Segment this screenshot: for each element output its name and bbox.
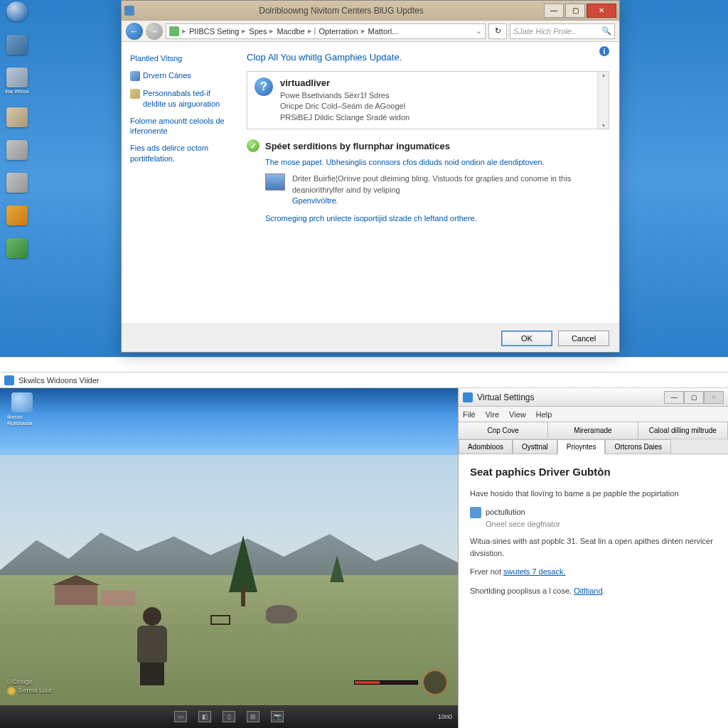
tab-3[interactable]: Prioyntes: [557, 439, 606, 454]
rock-icon: [266, 605, 297, 623]
desktop-icon-5[interactable]: [3, 140, 31, 160]
toolbar-btn-1[interactable]: Cnp Cove: [458, 422, 548, 439]
scrollbar[interactable]: ▴▾: [597, 72, 609, 129]
bench-icon: [210, 615, 230, 625]
sidebar-link-4[interactable]: Folorne amountt celools de irferonente: [130, 116, 231, 136]
refresh-button[interactable]: ↻: [488, 23, 507, 39]
info-icon[interactable]: i: [599, 46, 609, 56]
folder-icon: [169, 26, 179, 36]
desktop-icon-3[interactable]: ina Wirox: [3, 68, 31, 95]
taskbar-icon[interactable]: 📷: [271, 711, 284, 722]
minimize-button[interactable]: —: [664, 391, 684, 404]
chevron-down-icon[interactable]: ⌄: [476, 26, 482, 36]
ok-button[interactable]: OK: [501, 331, 552, 346]
taskbar-clock: 10n0: [438, 713, 452, 720]
check-icon: ✓: [247, 139, 259, 152]
close-button[interactable]: ✕: [704, 391, 724, 404]
vm-titlebar[interactable]: Skwilcs Widoons Viider: [0, 373, 728, 388]
settings-para2: Witua-sines with ast popblc 31. Seat lin…: [470, 535, 717, 559]
taskbar-icon[interactable]: ◧: [198, 711, 211, 722]
settings-para1: Have hosido that llovïng to bame a pe pa…: [470, 488, 717, 500]
window-title: Dolribloowng Nivitom Centers BlUG Updtes: [139, 6, 544, 16]
back-button[interactable]: ←: [126, 23, 143, 40]
settings-item: poctullutionOneel sece degfnator: [470, 506, 717, 530]
vm-taskbar[interactable]: ▭ ◧ ▯ ⊞ 📷 10n0: [0, 705, 458, 728]
sidebar: Plantled Vitsng Drvern Cánes Personnabal…: [122, 42, 240, 329]
menu-help[interactable]: Help: [536, 410, 552, 419]
desktop-icons-column: ina Wirox: [3, 1, 31, 258]
hud-left: l. Grisige 3 erina Lour: [7, 678, 52, 695]
toolbar-btn-3[interactable]: Caloal dilling miltrude: [638, 422, 728, 439]
section-title: Spéet serditions by flurnphar ingumatice…: [265, 141, 450, 151]
section-header: ✓ Spéet serditions by flurnphar ingumati…: [247, 139, 609, 152]
player-character: [128, 607, 176, 685]
tab-4[interactable]: Ortcrons Daies: [605, 439, 671, 454]
desktop-icon-7[interactable]: [3, 205, 31, 225]
desktop-icon-1[interactable]: [3, 1, 31, 22]
taskbar-icon[interactable]: ⊞: [247, 711, 259, 722]
desktop-icon-6[interactable]: [3, 173, 31, 193]
cancel-button[interactable]: Cancel: [558, 331, 609, 346]
game-vm-area: Iksron Ruishasta l. Grisige 3 erina Lour: [0, 388, 458, 728]
search-icon: 🔍: [601, 26, 611, 36]
tab-1[interactable]: Adombioos: [459, 439, 513, 454]
button-bar: OK Cancel: [122, 323, 619, 352]
main-heading: Clop All You whitlg Gamphies Update.: [247, 52, 609, 63]
tiles-icon: [6, 238, 28, 258]
menu-vire[interactable]: Vire: [486, 410, 499, 419]
app-shortcut-icon: [11, 392, 33, 412]
settings-titlebar[interactable]: Virtual Settings — ▢ ✕: [459, 388, 728, 407]
section-footer: Scromeging prch unlecte isoportijid slza…: [265, 213, 609, 224]
globe-icon: [6, 1, 28, 21]
control-icon: [6, 35, 28, 55]
taskbar-icon[interactable]: ▭: [174, 711, 187, 722]
settings-panel: Virtual Settings — ▢ ✕ Filé Vire View He…: [458, 388, 728, 728]
house-icon: [101, 590, 135, 606]
link-swutets[interactable]: swutets 7 desack.: [503, 567, 565, 576]
forward-button[interactable]: →: [146, 23, 163, 40]
house-icon: [55, 585, 97, 605]
settings-content: Seat paphics Driver Gubtòn Have hosido t…: [459, 454, 728, 728]
content-area: Plantled Vitsng Drvern Cánes Personnabal…: [122, 42, 619, 329]
hud-circle-icon: [422, 670, 448, 695]
section-link[interactable]: Gpenvivöltre.: [292, 196, 338, 205]
sidebar-link-2[interactable]: Drvern Cánes: [130, 70, 231, 81]
settings-title: Virtual Settings: [477, 392, 664, 402]
close-button[interactable]: ✕: [587, 4, 616, 18]
main-panel: i Clop All You whitlg Gamphies Update. ?…: [240, 42, 619, 329]
settings-tabs: Adombioos Oysttnal Prioyntes Ortcrons Da…: [459, 439, 728, 454]
taskbar-icon[interactable]: ▯: [223, 711, 235, 722]
info-box: ? virtuadliver Powe Bsetiviands Sëxr1f S…: [247, 71, 609, 129]
bottom-half: Iksron Ruishasta l. Grisige 3 erina Lour: [0, 388, 728, 728]
desktop-icon-8[interactable]: [3, 238, 31, 258]
address-bar[interactable]: ▸PIIBCS Seting ▸Spes ▸Macdbe ▸ |Opterrat…: [166, 23, 486, 39]
vm-desktop: Iksron Ruishasta: [0, 388, 458, 455]
hud-right: [354, 670, 448, 695]
desktop-icon-2[interactable]: [3, 35, 31, 55]
sidebar-link-1[interactable]: Plantled Vitsng: [130, 53, 231, 63]
coin-icon: [7, 687, 16, 695]
search-input[interactable]: SJate Hich Prole.. 🔍: [510, 23, 615, 39]
item-icon: [470, 507, 481, 518]
gear-icon: [130, 89, 140, 99]
vm-desktop-icon[interactable]: Iksron Ruishasta: [7, 392, 37, 427]
navbar: ← → ▸PIIBCS Seting ▸Spes ▸Macdbe ▸ |Opte…: [122, 21, 619, 42]
desktop-icon-4[interactable]: [3, 107, 31, 127]
titlebar[interactable]: Dolribloowng Nivitom Centers BlUG Updtes…: [122, 1, 619, 21]
settings-toolbar: Cnp Cove Mireramade Caloal dilling miltr…: [459, 422, 728, 439]
maximize-button[interactable]: ▢: [565, 4, 585, 18]
settings-para4: Shortlding pooplisus a l cose. Oitltiand…: [470, 585, 717, 597]
sidebar-link-5[interactable]: Fies ads delirce octom portitfelation.: [130, 143, 231, 164]
menu-file[interactable]: Filé: [463, 410, 476, 419]
tab-2[interactable]: Oysttnal: [513, 439, 557, 454]
maximize-button[interactable]: ▢: [684, 391, 704, 404]
menu-view[interactable]: View: [509, 410, 526, 419]
section-description: The mose papet. Ubhesinglis connsors cfo…: [265, 158, 609, 166]
toolbar-btn-2[interactable]: Mireramade: [547, 422, 638, 439]
shield-icon: [130, 71, 140, 81]
game-viewport[interactable]: l. Grisige 3 erina Lour: [0, 455, 458, 705]
sidebar-link-3[interactable]: Personnabals ted-if deldite us airguorat…: [130, 88, 231, 109]
minimize-button[interactable]: —: [544, 4, 564, 18]
tool-icon: [6, 107, 28, 127]
link-oitltiand[interactable]: Oitltiand: [574, 587, 602, 595]
